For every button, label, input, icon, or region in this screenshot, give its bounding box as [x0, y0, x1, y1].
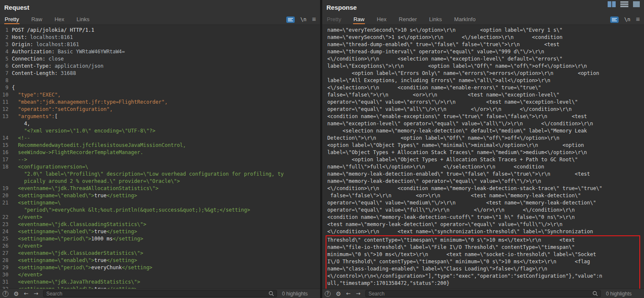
request-line: 18 <configurationversion=\: [0, 163, 320, 171]
tab-raw[interactable]: Raw: [353, 15, 365, 24]
layout-single-icon[interactable]: [633, 1, 640, 8]
tab-pretty[interactable]: Pretty: [4, 15, 19, 24]
response-line: name=\"class-loading-enabled\" label=\"C…: [327, 265, 639, 273]
response-line: <option label=\"Errors Only\" name=\"err…: [327, 70, 642, 77]
layout-stacked-icon[interactable]: [620, 1, 628, 8]
response-line: <condition name=\"memory-leak-detection-…: [327, 214, 642, 221]
response-line: <option label=\"Object Types\" name=\"mi…: [327, 142, 642, 149]
response-line: <option label=\"Object Types + Allocatio…: [327, 156, 642, 163]
request-line: 12 "operation":"setConfiguration",: [0, 106, 320, 113]
request-line: 22 </event>: [0, 214, 320, 221]
response-line: label=\"Object Types + Allocation Stack …: [327, 149, 642, 156]
help-icon[interactable]: ?: [3, 290, 8, 298]
response-line: Threshold\" contentType=\"timespan\" min…: [327, 237, 639, 244]
request-line: 31 <eventname=\"jdk.JavaThreadStatistics…: [0, 279, 320, 286]
request-highlights-count: 0 highlights: [282, 291, 317, 297]
response-tab-tools: \n ≡: [610, 16, 640, 23]
newline-toggle[interactable]: \n: [300, 17, 306, 22]
search-settings-gear-icon[interactable]: ⚙: [336, 290, 341, 298]
help-icon[interactable]: ?: [325, 290, 331, 298]
request-line: 23 <eventname=\"jdk.ClassLoadingStatisti…: [0, 221, 320, 228]
response-search-bar: ? ⚙ ← → 0 highlights: [322, 289, 644, 298]
request-line: 19 <eventname=\"jdk.ThreadAllocationStat…: [0, 185, 320, 192]
response-line: operator=\"equal\" value=\"medium\"\/>\r…: [327, 199, 642, 207]
layout-controls: [608, 1, 640, 8]
prev-match-icon[interactable]: ←: [346, 290, 351, 298]
response-line: <\/condition>\r\n <condition name=\"memo…: [327, 185, 642, 192]
response-line: name=\"memory-leak-detection-enabled\" t…: [327, 171, 642, 178]
response-line: operator=\"equal\" value=\"errors\"\/>\r…: [327, 99, 642, 106]
response-line: name=\"thread-dump-interval\" operator=\…: [327, 48, 642, 55]
response-line: name=\"memory-leak-detection\" operator=…: [327, 178, 642, 185]
response-search-input[interactable]: [368, 291, 590, 297]
request-line: 28 <settingname=\"enabled\">true</settin…: [0, 257, 320, 264]
response-line: I\/O Threshold\" contentType=\"timespan\…: [327, 258, 639, 265]
response-selection-highlight: Threshold\" contentType=\"timespan\" min…: [326, 235, 640, 289]
request-line: 27 <eventname=\"jdk.ClassLoaderStatistic…: [0, 250, 320, 257]
request-line: 20 <settingname=\"enabled\">true</settin…: [0, 192, 320, 199]
response-panel-title: Response: [326, 4, 357, 11]
tab-raw[interactable]: Raw: [31, 15, 43, 24]
tab-hex[interactable]: Hex: [376, 15, 387, 24]
next-match-icon[interactable]: →: [356, 290, 360, 298]
request-line: 21 <settingname=\: [0, 199, 320, 207]
request-line: 11 "mbean":"jdk.management.jfr:type=Flig…: [0, 99, 320, 106]
request-panel-title: Request: [4, 4, 29, 11]
request-line: 8: [0, 77, 320, 84]
prev-match-icon[interactable]: ←: [24, 290, 29, 298]
search-settings-gear-icon[interactable]: ⚙: [14, 290, 19, 298]
next-match-icon[interactable]: →: [33, 290, 38, 298]
request-line: 32 <settingname=\"enabled\">true</settin…: [0, 286, 320, 289]
response-editor[interactable]: name=\"everyTenSecond\">10 s<\/option>\r…: [322, 25, 644, 289]
search-magnifier-icon[interactable]: [592, 291, 598, 296]
request-line: 13 "arguments":[: [0, 113, 320, 120]
response-tab-row: PrettyRawHexRenderLinksMarkInfo \n ≡: [322, 14, 644, 25]
response-line: name=\"full\">full<\/option>\r\n <\/sele…: [327, 163, 642, 171]
response-tabs: PrettyRawHexRenderLinksMarkInfo: [326, 15, 476, 24]
response-line: name=\"exception-level\" operator=\"equa…: [327, 120, 642, 127]
response-line: <condition name=\"enable-exceptions\" tr…: [327, 113, 642, 120]
search-magnifier-icon[interactable]: [269, 291, 274, 296]
response-line: name=\"file-io-threshold\" label=\"File …: [327, 244, 639, 251]
tab-links[interactable]: Links: [429, 15, 442, 24]
response-line: false=\"false\">\r\n <or>\r\n <test name…: [327, 192, 642, 199]
layout-side-by-side-icon[interactable]: [608, 1, 616, 8]
request-line: "2.0\" label=\"Profiling\" description=\…: [0, 171, 320, 178]
syntax-highlight-icon[interactable]: [610, 17, 619, 23]
request-line: pically around 2 % overhead.\" provider=…: [0, 178, 320, 185]
request-title-row: Request: [0, 0, 320, 14]
response-search-field: [365, 290, 601, 297]
response-line: operator=\"equal\" value=\"full\"\/>\r\n…: [327, 207, 642, 214]
response-title-row: Response: [322, 0, 644, 14]
tab-pretty[interactable]: Pretty: [326, 15, 342, 24]
request-panel: Request PrettyRawHexLinks \n ≡ 1POST /ap…: [0, 0, 320, 298]
request-line: 25 <settingname=\"period\">1000 ms</sett…: [0, 235, 320, 243]
response-line: ull,"timestamp":1701358472,"status":200}: [327, 280, 639, 287]
tab-links[interactable]: Links: [76, 15, 90, 24]
request-line: 15 Recommendedwaytoedit.jfcfilesistouseJ…: [0, 142, 320, 149]
newline-toggle[interactable]: \n: [624, 17, 630, 22]
request-line: 17 -->: [0, 156, 320, 163]
response-panel: Response PrettyRawHexRenderLinksMarkInfo: [322, 0, 644, 298]
request-line: 9{: [0, 84, 320, 91]
response-line: <\/condition>\r\n <selection name=\"exce…: [327, 55, 642, 63]
request-line: 2Host: localhost:8161: [0, 34, 320, 41]
response-body-text: name=\"everyTenSecond\">10 s<\/option>\r…: [327, 27, 642, 235]
request-line: "<?xml version=\"1.0\" encoding=\"UTF-8\…: [0, 127, 320, 135]
tab-render[interactable]: Render: [398, 15, 417, 24]
request-line: 4,: [0, 120, 320, 127]
response-line: <selection name=\"memory-leak-detection\…: [327, 127, 642, 135]
response-line: operator=\"equal\" value=\"all\"\/>\r\n …: [327, 106, 642, 113]
response-highlights-count: 0 highlights: [606, 291, 641, 297]
menu-icon[interactable]: ≡: [312, 16, 316, 23]
request-search-input[interactable]: [46, 291, 266, 297]
request-editor[interactable]: 1POST /api/jolokia/ HTTP/1.12Host: local…: [0, 25, 320, 289]
tab-markinfo[interactable]: MarkInfo: [454, 15, 476, 24]
request-search-field: [43, 290, 277, 297]
menu-icon[interactable]: ≡: [636, 16, 640, 23]
tab-hex[interactable]: Hex: [54, 15, 65, 24]
request-line: 3Origin: localhost:8161: [0, 41, 320, 48]
request-line: 29 <settingname=\"period\">everyChunk</s…: [0, 264, 320, 271]
request-line: 26 </event>: [0, 243, 320, 250]
syntax-highlight-icon[interactable]: [286, 17, 295, 23]
